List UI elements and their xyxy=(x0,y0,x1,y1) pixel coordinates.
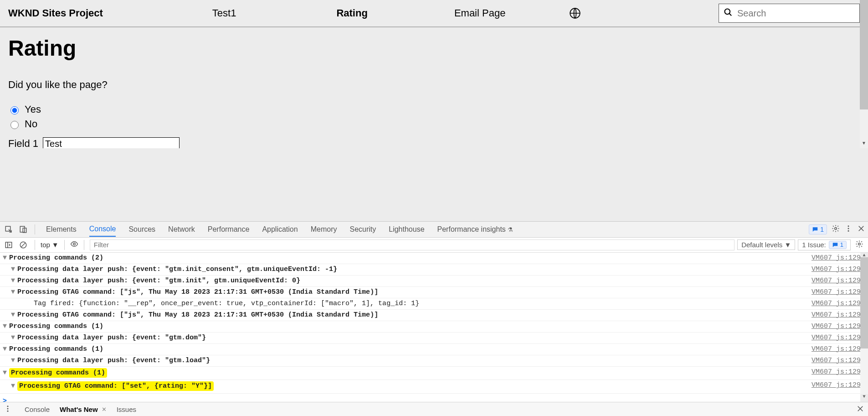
console-toolbar: top ▼ Default levels ▼ 1 Issue: 1 xyxy=(0,238,868,253)
source-link[interactable]: VM607_js:129 xyxy=(812,287,865,298)
svg-point-18 xyxy=(7,406,9,407)
console-row[interactable]: ▼Processing data layer push: {event: "gt… xyxy=(0,276,868,287)
tab-sources[interactable]: Sources xyxy=(128,223,155,236)
tab-performance-insights[interactable]: Performance insights⚗ xyxy=(437,223,513,236)
field1-label: Field 1 xyxy=(8,138,38,148)
console-scroll-thumb[interactable] xyxy=(860,257,868,348)
sidebar-toggle-icon[interactable] xyxy=(3,239,15,251)
console-prompt[interactable]: > xyxy=(0,394,868,402)
radio-yes-input[interactable] xyxy=(10,106,19,114)
kebab-icon[interactable] xyxy=(844,224,853,234)
tab-lighthouse[interactable]: Lighthouse xyxy=(389,223,424,236)
log-levels[interactable]: Default levels ▼ xyxy=(737,239,795,250)
separator xyxy=(35,240,35,250)
separator xyxy=(35,224,35,234)
console-gear-icon[interactable] xyxy=(855,240,863,250)
disclosure-triangle-icon[interactable]: ▼ xyxy=(3,367,8,380)
console-row[interactable]: ▼Processing data layer push: {event: "gt… xyxy=(0,333,868,344)
console-row[interactable]: ▼Processing GTAG command: ["set", {ratin… xyxy=(0,380,868,394)
drawer-tab-close-icon[interactable]: ✕ xyxy=(102,406,107,413)
source-link[interactable]: VM607_js:129 xyxy=(812,276,865,286)
source-link[interactable]: VM607_js:129 xyxy=(812,310,865,321)
issues-indicator[interactable]: 1 Issue: 1 xyxy=(798,239,851,250)
source-link[interactable]: VM607_js:129 xyxy=(812,333,865,343)
separator xyxy=(64,240,65,250)
search-box[interactable] xyxy=(719,4,860,23)
live-expr-icon[interactable] xyxy=(70,240,78,250)
filter-input[interactable] xyxy=(90,239,734,250)
console-row[interactable]: ▼Processing GTAG command: ["js", Thu May… xyxy=(0,287,868,298)
disclosure-triangle-icon[interactable]: ▼ xyxy=(11,310,16,321)
tab-security[interactable]: Security xyxy=(349,223,376,236)
device-toggle-icon[interactable] xyxy=(17,224,29,235)
tab-memory[interactable]: Memory xyxy=(311,223,337,236)
disclosure-triangle-icon[interactable]: ▼ xyxy=(3,253,8,264)
console-row[interactable]: ▼Processing GTAG command: ["js", Thu May… xyxy=(0,310,868,321)
gear-icon[interactable] xyxy=(832,224,840,234)
svg-line-15 xyxy=(21,243,26,247)
disclosure-triangle-icon[interactable]: ▼ xyxy=(11,355,16,366)
field1-row: Field 1 xyxy=(8,137,860,148)
app-header: WKND Sites Project Test1 Rating Email Pa… xyxy=(0,0,868,27)
tab-network[interactable]: Network xyxy=(168,223,195,236)
globe-icon[interactable] xyxy=(569,7,581,19)
page-scrollbar[interactable]: ▼ xyxy=(860,0,868,148)
radio-yes[interactable]: Yes xyxy=(8,104,860,115)
search-input[interactable] xyxy=(736,8,855,19)
messages-chip[interactable]: 1 xyxy=(809,224,827,234)
close-icon[interactable] xyxy=(857,224,865,234)
drawer-tab-issues[interactable]: Issues xyxy=(117,406,136,413)
source-link[interactable]: VM607_js:129 xyxy=(812,344,865,355)
disclosure-triangle-icon[interactable]: ▼ xyxy=(11,276,16,286)
scrollbar-arrow-down-icon[interactable]: ▼ xyxy=(860,140,868,148)
source-link[interactable]: VM607_js:129 xyxy=(812,355,865,366)
nav-tab-rating[interactable]: Rating xyxy=(327,7,376,19)
tab-console[interactable]: Console xyxy=(89,222,116,237)
console-row[interactable]: ▼Processing data layer push: {event: "gt… xyxy=(0,355,868,367)
console-output[interactable]: ▼Processing commands (2)VM607_js:129▼Pro… xyxy=(0,253,868,402)
prompt-caret-icon: > xyxy=(3,396,7,402)
source-link[interactable]: VM607_js:129 xyxy=(812,253,865,264)
devtools-toolbar: Elements Console Sources Network Perform… xyxy=(0,222,868,238)
field1-input[interactable] xyxy=(43,137,180,148)
tab-elements[interactable]: Elements xyxy=(46,223,77,236)
nav-tab-email-page[interactable]: Email Page xyxy=(445,7,515,19)
radio-no[interactable]: No xyxy=(8,118,860,130)
console-scrollbar[interactable]: ▲ ▼ xyxy=(860,253,868,402)
separator xyxy=(84,240,84,250)
disclosure-triangle-icon[interactable]: ▼ xyxy=(11,333,16,343)
source-link[interactable]: VM607_js:129 xyxy=(812,264,865,275)
drawer-close-icon[interactable] xyxy=(856,405,864,414)
svg-point-19 xyxy=(7,408,9,409)
console-row[interactable]: ▼Processing data layer push: {event: "gt… xyxy=(0,264,868,276)
scroll-down-icon[interactable]: ▼ xyxy=(860,394,868,402)
nav-tab-test1[interactable]: Test1 xyxy=(203,7,246,19)
tab-application[interactable]: Application xyxy=(262,223,298,236)
console-row[interactable]: ▼Processing commands (1)VM607_js:129 xyxy=(0,344,868,355)
radio-no-input[interactable] xyxy=(10,121,19,129)
console-row[interactable]: ▼Processing commands (1)VM607_js:129 xyxy=(0,367,868,380)
disclosure-triangle-icon[interactable]: ▼ xyxy=(3,344,8,355)
tab-performance[interactable]: Performance xyxy=(208,223,250,236)
source-link[interactable]: VM607_js:129 xyxy=(812,298,865,309)
disclosure-triangle-icon[interactable]: ▼ xyxy=(11,264,16,275)
drawer-tab-whats-new[interactable]: What's New xyxy=(60,406,98,413)
source-link[interactable]: VM607_js:129 xyxy=(812,367,865,378)
disclosure-triangle-icon[interactable]: ▼ xyxy=(11,380,16,393)
clear-icon[interactable] xyxy=(17,239,29,251)
svg-rect-12 xyxy=(5,242,12,248)
source-link[interactable]: VM607_js:129 xyxy=(812,321,865,332)
svg-point-16 xyxy=(73,243,75,245)
source-link[interactable]: VM607_js:129 xyxy=(812,380,865,391)
chevron-down-icon: ▼ xyxy=(52,241,59,249)
drawer-kebab-icon[interactable] xyxy=(4,405,12,414)
scrollbar-thumb[interactable] xyxy=(860,0,868,109)
drawer-tab-console[interactable]: Console xyxy=(25,406,50,413)
console-row[interactable]: Tag fired: {function: "__rep", once_per_… xyxy=(0,298,868,310)
inspect-icon[interactable] xyxy=(3,224,15,235)
disclosure-triangle-icon[interactable]: ▼ xyxy=(3,321,8,332)
context-selector[interactable]: top ▼ xyxy=(41,241,59,249)
disclosure-triangle-icon[interactable]: ▼ xyxy=(11,287,16,298)
console-row[interactable]: ▼Processing commands (2)VM607_js:129 xyxy=(0,253,868,264)
console-row[interactable]: ▼Processing commands (1)VM607_js:129 xyxy=(0,321,868,333)
